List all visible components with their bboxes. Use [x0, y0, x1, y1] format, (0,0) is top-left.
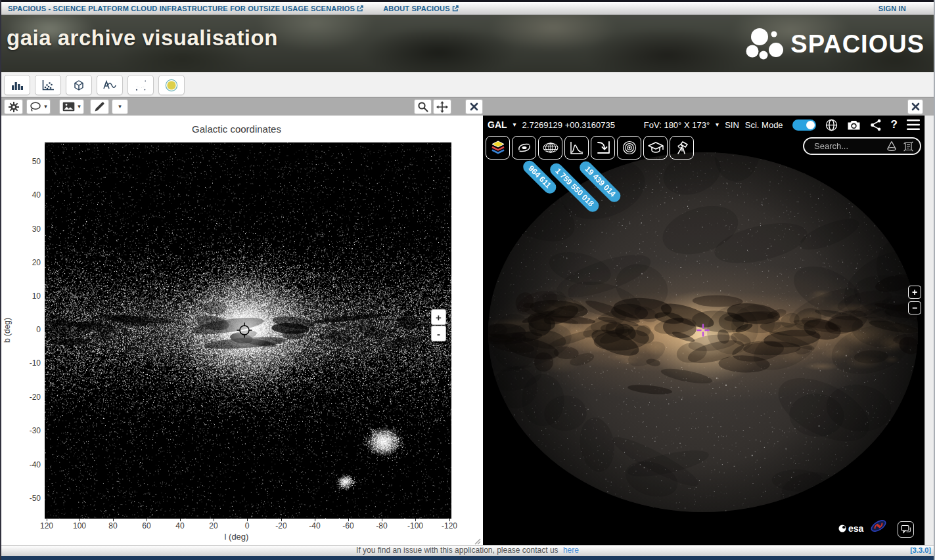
pointer-crosshair-marker: [236, 322, 253, 341]
sign-in-link[interactable]: SIGN IN: [878, 5, 906, 12]
spacious-platform-link[interactable]: SPACIOUS - SCIENCE PLATFORM CLOUD INFRAS…: [8, 5, 363, 12]
plot-zoom-in-button[interactable]: +: [431, 309, 446, 325]
gaia-dpac-logo[interactable]: [869, 517, 888, 538]
cone-search-rings-button[interactable]: [617, 136, 641, 160]
jupyter-notebook-button[interactable]: [127, 75, 154, 95]
cube-3d-view-button[interactable]: [66, 75, 92, 95]
external-link-icon: [452, 5, 459, 12]
y-tick-label: 10: [17, 291, 41, 301]
gaia-mesh-sphere-button[interactable]: [538, 136, 562, 160]
snapshot-camera-icon[interactable]: [847, 119, 861, 131]
export-image-dropdown[interactable]: ▾: [59, 99, 84, 114]
simbad-galaxy-button[interactable]: [512, 136, 536, 160]
external-link-icon: [357, 5, 363, 12]
education-icon: [647, 140, 664, 155]
histogram-view-button[interactable]: [4, 75, 30, 95]
galactic-plot-panel: Galactic coordinates b (deg) + - l (deg)…: [0, 116, 483, 545]
x-tick-label: 80: [100, 521, 126, 530]
plot-settings-button[interactable]: [4, 99, 23, 114]
about-spacious-link[interactable]: ABOUT SPACIOUS: [383, 5, 459, 12]
sky-sphere-button[interactable]: [158, 75, 185, 95]
jupyter-icon: [133, 79, 148, 92]
search-input[interactable]: [813, 140, 880, 152]
x-tick-label: 40: [167, 521, 193, 530]
mesh-sphere-icon: [542, 140, 559, 156]
gear-icon: [9, 102, 19, 112]
x-axis-tick-mark: [315, 519, 315, 521]
y-tick-label: -30: [17, 426, 41, 435]
close-plot-panel-button[interactable]: [465, 99, 483, 114]
galaxy-icon: [516, 140, 532, 156]
plot-pan-tool-button[interactable]: [433, 99, 451, 114]
chevron-down-icon[interactable]: ▾: [513, 121, 516, 128]
toggle-knob: [806, 121, 815, 129]
hips-sphere-icon: [165, 79, 178, 92]
content-area: Galactic coordinates b (deg) + - l (deg)…: [0, 116, 935, 545]
x-tick-label: -20: [268, 521, 294, 530]
sky-status-bar: GAL ▾ 2.7269129 +00.3160735 FoV: 180° X …: [483, 116, 924, 134]
main-toolbar: [0, 72, 935, 97]
x-axis-tick-mark: [214, 519, 214, 521]
sky-zoom-in-button[interactable]: +: [908, 286, 921, 299]
help-icon[interactable]: ?: [891, 118, 898, 131]
export-selection-button[interactable]: [591, 136, 615, 160]
y-axis-label: b (deg): [3, 318, 12, 343]
education-mode-button[interactable]: [643, 136, 668, 160]
draw-button[interactable]: [90, 99, 109, 114]
layers-button[interactable]: [486, 136, 510, 160]
projection-selector[interactable]: SIN: [725, 120, 739, 130]
window-bottom-edge: [0, 556, 935, 560]
plot-zoom-tool-button[interactable]: [414, 99, 432, 114]
contact-link[interactable]: here: [563, 546, 579, 555]
x-tick-label: -60: [335, 521, 361, 530]
y-tick-label: -50: [17, 494, 41, 503]
application-window: SPACIOUS - SCIENCE PLATFORM CLOUD INFRAS…: [0, 0, 935, 560]
brand-name: SPACIOUS: [790, 30, 924, 58]
x-tick-label: 0: [234, 521, 260, 530]
hamburger-menu-icon[interactable]: [907, 119, 920, 130]
chevron-down-icon[interactable]: ▾: [716, 121, 719, 128]
y-tick-label: 0: [17, 325, 41, 334]
plot-zoom-out-button[interactable]: -: [431, 326, 446, 341]
more-options-dropdown[interactable]: ▾: [112, 99, 128, 114]
y-tick-label: -40: [17, 460, 41, 469]
layers-icon: [490, 140, 507, 156]
cone-search-icon[interactable]: [886, 140, 898, 152]
close-icon: [911, 102, 920, 111]
spectrum-icon: [103, 79, 117, 91]
x-axis-tick-mark: [281, 519, 282, 521]
histogram-tool-button[interactable]: [564, 136, 589, 160]
resize-handle[interactable]: [474, 536, 481, 545]
spacious-platform-link-label: SPACIOUS - SCIENCE PLATFORM CLOUD INFRAS…: [8, 5, 355, 12]
move-icon: [436, 101, 448, 113]
observation-tool-button[interactable]: [670, 136, 694, 160]
chevron-down-icon: ▾: [78, 104, 81, 110]
sky-toolbar: [486, 136, 694, 160]
spectrum-view-button[interactable]: [97, 75, 123, 95]
scatter-view-button[interactable]: [35, 75, 61, 95]
sci-mode-toggle[interactable]: [792, 119, 816, 131]
region-select-dropdown[interactable]: ▾: [26, 99, 51, 114]
esa-logo[interactable]: esa: [838, 523, 863, 534]
field-of-view-readout: FoV: 180° X 173°: [644, 120, 710, 130]
close-sky-panel-button[interactable]: [907, 99, 923, 114]
feedback-button[interactable]: [898, 521, 914, 538]
aladin-sky-panel: GAL ▾ 2.7269129 +00.3160735 FoV: 180° X …: [483, 116, 924, 545]
x-tick-label: -80: [369, 521, 395, 530]
coordinate-grid-icon[interactable]: [825, 119, 838, 131]
share-icon[interactable]: [870, 119, 882, 131]
y-tick-label: 40: [17, 190, 41, 200]
scroll-list-icon[interactable]: [903, 140, 913, 152]
concentric-rings-icon: [622, 140, 637, 156]
sky-zoom-out-button[interactable]: −: [908, 301, 921, 314]
x-tick-label: -100: [402, 521, 428, 530]
x-tick-label: -120: [436, 521, 463, 530]
window-left-edge: [0, 0, 1, 560]
x-axis-tick-mark: [382, 519, 382, 521]
plot-title: Galactic coordinates: [0, 123, 473, 135]
coordinate-frame-selector[interactable]: GAL: [488, 119, 507, 130]
esa-label: esa: [848, 523, 863, 534]
footer-bar: If you find an issue with this applicati…: [0, 545, 935, 556]
chat-bubble-icon: [901, 525, 911, 534]
footer-message: If you find an issue with this applicati…: [356, 546, 559, 555]
